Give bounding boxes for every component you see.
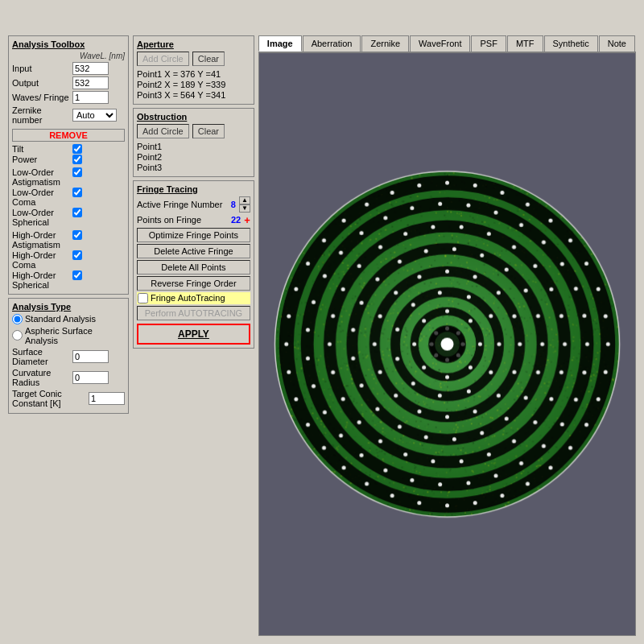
left-panel: Analysis Toolbox WaveL. [nm] Input Outpu… — [8, 35, 129, 636]
zernike-row: Zernike number Auto — [12, 105, 125, 125]
target-conic-field[interactable] — [89, 392, 125, 405]
tab-psf[interactable]: PSF — [471, 35, 506, 52]
tab-synthetic[interactable]: Synthetic — [544, 35, 598, 52]
power-checkbox[interactable] — [72, 155, 82, 164]
aperture-clear-button[interactable]: Clear — [192, 52, 225, 66]
standard-analysis-row: Standard Analysis — [12, 314, 125, 324]
content-area: Analysis Toolbox WaveL. [nm] Input Outpu… — [8, 35, 636, 636]
lo-spher-label: Low-Order Spherical — [12, 208, 72, 227]
curvature-radius-row: Curvature Radius — [12, 368, 125, 387]
lo-astig-row: Low-Order Astigmatism — [12, 167, 125, 187]
remove-button[interactable]: REMOVE — [12, 129, 125, 142]
input-row: Input — [12, 62, 125, 75]
optimize-fringe-button[interactable]: Optimize Fringe Points — [137, 228, 250, 242]
target-conic-label: Target Conic Constant [K] — [12, 389, 89, 408]
obstruction-point2: Point2 — [137, 152, 250, 162]
reverse-fringe-order-button[interactable]: Reverse Fringe Order — [137, 276, 250, 291]
ho-coma-checkbox[interactable] — [72, 250, 82, 260]
aperture-title: Aperture — [137, 39, 250, 49]
points-plus-button[interactable]: + — [244, 214, 250, 226]
lo-coma-row: Low-Order Coma — [12, 188, 125, 207]
tab-zernike[interactable]: Zernike — [361, 35, 409, 52]
lo-astig-checkbox[interactable] — [72, 167, 82, 177]
right-panel: Image Aberration Zernike WaveFront PSF M… — [258, 35, 636, 636]
obstruction-box: Obstruction Add Circle Clear Point1 Poin… — [133, 108, 254, 177]
obstruction-clear-button[interactable]: Clear — [192, 124, 225, 138]
aspheric-analysis-radio[interactable] — [12, 330, 23, 341]
lo-astig-label1: Low-Order Astigmatism — [12, 167, 72, 187]
lo-coma-label: Low-Order Coma — [12, 188, 72, 207]
points-on-fringe-value: 22 — [231, 215, 241, 225]
aperture-box: Aperture Add Circle Clear Point1 X = 376… — [133, 35, 254, 105]
tab-mtf[interactable]: MTF — [507, 35, 543, 52]
fringe-tracing-box: Fringe Tracing Active Fringe Number 8 ▲ … — [133, 180, 254, 349]
aperture-point1: Point1 X = 376 Y =41 — [137, 69, 250, 79]
curvature-radius-label: Curvature Radius — [12, 368, 72, 387]
ho-spher-checkbox[interactable] — [72, 270, 82, 280]
obstruction-btn-row: Add Circle Clear — [137, 124, 250, 138]
output-label: Output — [12, 78, 72, 88]
main-container: Analysis Toolbox WaveL. [nm] Input Outpu… — [0, 0, 644, 644]
output-field[interactable] — [72, 76, 109, 89]
points-on-fringe-label: Points on Fringe — [137, 215, 231, 225]
zernike-select[interactable]: Auto — [72, 109, 117, 122]
fringe-tracing-title: Fringe Tracing — [137, 184, 250, 194]
fringe-down-arrow[interactable]: ▼ — [239, 204, 250, 213]
waves-fringe-label: Waves/ Fringe — [12, 93, 72, 102]
active-fringe-label: Active Fringe Number — [137, 200, 231, 209]
fringe-up-arrow[interactable]: ▲ — [239, 196, 250, 204]
ho-coma-label: High-Order Coma — [12, 250, 72, 270]
tab-wavefront[interactable]: WaveFront — [410, 35, 470, 52]
ho-spher-label: High-Order Spherical — [12, 270, 72, 290]
power-row: Power — [12, 155, 125, 164]
ho-coma-row: High-Order Coma — [12, 250, 125, 270]
analysis-type-box: Analysis Type Standard Analysis Aspheric… — [8, 298, 129, 414]
analysis-toolbox-title: Analysis Toolbox — [12, 39, 125, 49]
obstruction-add-circle-button[interactable]: Add Circle — [137, 124, 189, 138]
tab-image[interactable]: Image — [258, 35, 302, 52]
perform-autotracing-button[interactable]: Perform AUTOTRACING — [137, 306, 250, 320]
top-bar — [8, 8, 636, 31]
analysis-toolbox: Analysis Toolbox WaveL. [nm] Input Outpu… — [8, 35, 129, 295]
aspheric-analysis-label: Aspheric Surface Analysis — [25, 326, 125, 345]
tilt-label: Tilt — [12, 144, 72, 154]
autotracing-row: Fringe AutoTracing — [137, 292, 250, 304]
tab-bar: Image Aberration Zernike WaveFront PSF M… — [258, 35, 636, 52]
waves-fringe-field[interactable] — [72, 91, 109, 104]
standard-analysis-radio[interactable] — [12, 314, 23, 324]
active-fringe-row: Active Fringe Number 8 ▲ ▼ — [137, 196, 250, 213]
delete-all-points-button[interactable]: Delete All Points — [137, 260, 250, 275]
aperture-add-circle-button[interactable]: Add Circle — [137, 52, 189, 66]
active-fringe-value: 8 — [231, 200, 236, 209]
surface-diameter-field[interactable] — [72, 350, 109, 363]
curvature-radius-field[interactable] — [72, 371, 109, 384]
wavelength-header: WaveL. [nm] — [12, 52, 125, 60]
aperture-point2: Point2 X = 189 Y =339 — [137, 80, 250, 89]
points-on-fringe-row: Points on Fringe 22 + — [137, 214, 250, 226]
delete-active-fringe-button[interactable]: Delete Active Fringe — [137, 244, 250, 258]
input-label: Input — [12, 64, 72, 73]
tab-note[interactable]: Note — [599, 35, 635, 52]
tilt-checkbox[interactable] — [72, 144, 82, 154]
surface-diameter-row: Surface Diameter — [12, 347, 125, 366]
output-row: Output — [12, 76, 125, 89]
zernike-label: Zernike number — [12, 105, 72, 125]
ho-astig-checkbox[interactable] — [72, 230, 82, 240]
power-label: Power — [12, 155, 72, 164]
target-conic-row: Target Conic Constant [K] — [12, 389, 125, 408]
lo-coma-checkbox[interactable] — [72, 188, 82, 197]
waves-fringe-row: Waves/ Fringe — [12, 91, 125, 104]
fringe-image-canvas — [259, 53, 635, 635]
analysis-type-title: Analysis Type — [12, 302, 125, 312]
ho-astig-label: High-Order Astigmatism — [12, 230, 72, 250]
obstruction-title: Obstruction — [137, 112, 250, 122]
autotracing-checkbox[interactable] — [138, 293, 148, 303]
lo-spher-checkbox[interactable] — [72, 208, 82, 217]
fringe-arrows: ▲ ▼ — [239, 196, 250, 213]
input-field[interactable] — [72, 62, 109, 75]
middle-panel: Aperture Add Circle Clear Point1 X = 376… — [133, 35, 254, 636]
tab-aberration[interactable]: Aberration — [303, 35, 361, 52]
tilt-row: Tilt — [12, 144, 125, 154]
aperture-btn-row: Add Circle Clear — [137, 52, 250, 66]
apply-button[interactable]: APPLY — [137, 324, 250, 345]
